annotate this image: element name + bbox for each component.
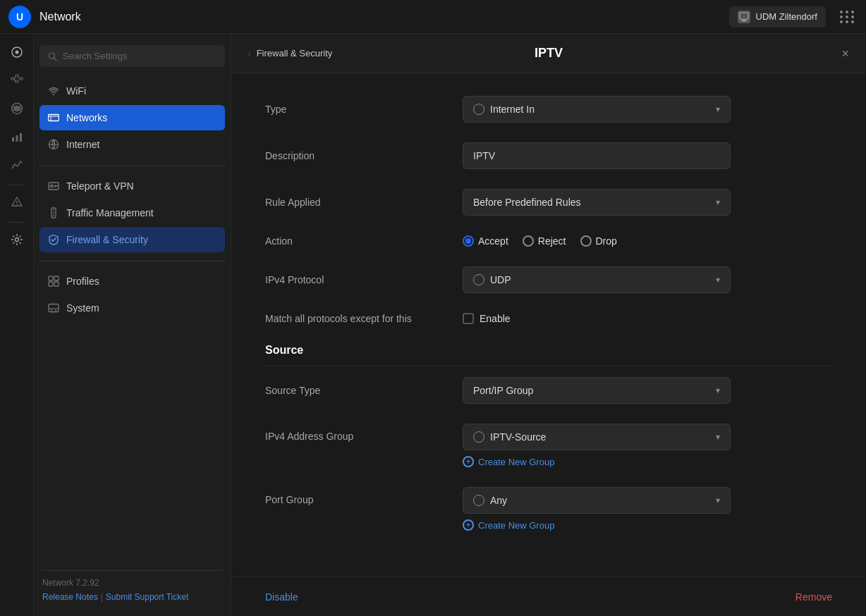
apps-grid-icon[interactable] [837, 8, 858, 26]
disable-button[interactable]: Disable [265, 586, 298, 608]
source-type-select[interactable]: Port/IP Group ▾ [463, 377, 731, 404]
svg-line-22 [54, 58, 56, 60]
radio-accept-label: Accept [478, 235, 508, 247]
port-group-control: Any ▾ + Create New Group [463, 487, 731, 531]
radio-reject[interactable]: Reject [523, 235, 566, 247]
nav-label-system: System [66, 302, 99, 314]
ipv4-protocol-select[interactable]: UDP ▾ [463, 266, 731, 293]
type-select[interactable]: Internet In ▾ [463, 96, 731, 123]
svg-rect-41 [49, 304, 59, 312]
rule-applied-select[interactable]: Before Predefined Rules ▾ [463, 189, 731, 216]
action-label: Action [265, 235, 463, 247]
support-ticket-link[interactable]: Submit Support Ticket [106, 592, 188, 602]
sidebar-icon-clients[interactable] [4, 96, 30, 121]
svg-point-20 [15, 238, 18, 242]
radio-accept-inner [465, 238, 471, 244]
globe-icon [48, 139, 59, 150]
plus-circle-icon-1: + [463, 456, 474, 467]
svg-rect-15 [12, 137, 14, 142]
source-section-header: Source [265, 344, 832, 366]
nav-item-teleport[interactable]: Teleport & VPN [39, 173, 225, 199]
form-row-match-all: Match all protocols except for this Enab… [265, 313, 832, 324]
create-group-link-1[interactable]: + Create New Group [463, 456, 554, 467]
sidebar-icon-stats[interactable] [4, 124, 30, 149]
nav-item-firewall[interactable]: Firewall & Security [39, 227, 225, 252]
port-group-select[interactable]: Any ▾ [463, 487, 731, 514]
svg-rect-17 [20, 133, 22, 142]
action-control: Accept Reject Drop [463, 235, 731, 247]
radio-accept-outer [463, 235, 474, 247]
description-input[interactable] [463, 142, 731, 169]
search-input[interactable] [63, 51, 216, 61]
nav-footer-divider [42, 570, 222, 571]
vpn-icon [48, 180, 59, 192]
sidebar-icon-home[interactable] [4, 39, 30, 65]
remove-button[interactable]: Remove [795, 586, 832, 608]
enable-label: Enable [480, 313, 511, 324]
wifi-icon [48, 85, 59, 97]
port-group-icon [473, 495, 484, 506]
topbar-right: UDM Ziltendorf [729, 6, 858, 27]
svg-rect-6 [16, 75, 18, 77]
footer-bar: Disable Remove [231, 577, 866, 616]
svg-line-9 [14, 77, 16, 79]
radio-drop-outer [580, 235, 592, 247]
shield-icon [48, 234, 59, 245]
svg-point-23 [53, 94, 54, 95]
nav-item-profiles[interactable]: Profiles [39, 269, 225, 294]
enable-checkbox[interactable]: Enable [463, 313, 731, 324]
ipv4-protocol-select-left: UDP [473, 274, 511, 285]
form-row-ipv4-address-group: IPv4 Address Group IPTV-Source ▾ + Creat… [265, 424, 832, 467]
ipv4-address-group-value: IPTV-Source [490, 431, 546, 443]
nav-item-internet[interactable]: Internet [39, 132, 225, 157]
release-notes-link[interactable]: Release Notes [42, 592, 98, 602]
traffic-icon [48, 207, 59, 218]
radio-drop[interactable]: Drop [580, 235, 617, 247]
source-type-chevron-icon: ▾ [716, 386, 720, 395]
form-row-source-type: Source Type Port/IP Group ▾ [265, 377, 832, 404]
nav-label-wifi: WiFi [66, 85, 86, 97]
svg-point-34 [53, 209, 54, 211]
form-row-description: Description [265, 142, 832, 169]
rule-applied-chevron-icon: ▾ [716, 197, 720, 207]
nav-item-traffic[interactable]: Traffic Management [39, 200, 225, 226]
panel-title: IPTV [535, 46, 563, 61]
rule-applied-control: Before Predefined Rules ▾ [463, 189, 731, 216]
rule-applied-value: Before Predefined Rules [473, 197, 581, 208]
port-group-left: Any [473, 495, 507, 506]
nav-item-system[interactable]: System [39, 295, 225, 321]
radio-accept[interactable]: Accept [463, 235, 508, 247]
port-group-label: Port Group [265, 487, 463, 505]
system-icon [48, 302, 59, 314]
form-row-rule-applied: Rule Applied Before Predefined Rules ▾ [265, 189, 832, 216]
nav-divider-2 [39, 261, 225, 261]
plus-circle-icon-2: + [463, 519, 474, 531]
radio-reject-outer [523, 235, 534, 247]
form-row-port-group: Port Group Any ▾ + Create New Group [265, 487, 832, 531]
form-row-action: Action Accept Reject [265, 235, 832, 247]
sidebar-icon-alerts[interactable] [4, 190, 30, 215]
ipv4-address-group-select[interactable]: IPTV-Source ▾ [463, 424, 731, 450]
type-chevron-icon: ▾ [716, 104, 720, 114]
panel-close-button[interactable]: × [841, 47, 849, 60]
sidebar-icon-settings[interactable] [4, 227, 30, 252]
type-select-icon [473, 104, 484, 115]
type-select-left: Internet In [473, 104, 535, 115]
breadcrumb: ‹ Firewall & Security [248, 48, 332, 58]
nav-label-networks: Networks [66, 112, 107, 123]
sidebar-icon-network-chart[interactable] [4, 152, 30, 178]
search-box[interactable] [39, 45, 225, 67]
action-radio-group: Accept Reject Drop [463, 235, 731, 247]
create-group-label-2: Create New Group [478, 520, 554, 531]
ipv4-protocol-chevron-icon: ▾ [716, 275, 720, 285]
breadcrumb-link[interactable]: Firewall & Security [257, 48, 333, 58]
svg-rect-39 [49, 282, 53, 286]
device-badge[interactable]: UDM Ziltendorf [729, 6, 826, 27]
create-group-link-2[interactable]: + Create New Group [463, 519, 554, 531]
nav-item-networks[interactable]: Networks [39, 105, 225, 130]
description-label: Description [265, 150, 463, 161]
panel-header: ‹ Firewall & Security IPTV × [231, 34, 866, 73]
topbar: U Network UDM Ziltendorf [0, 0, 866, 34]
sidebar-icon-topology[interactable] [4, 68, 30, 93]
nav-item-wifi[interactable]: WiFi [39, 78, 225, 104]
